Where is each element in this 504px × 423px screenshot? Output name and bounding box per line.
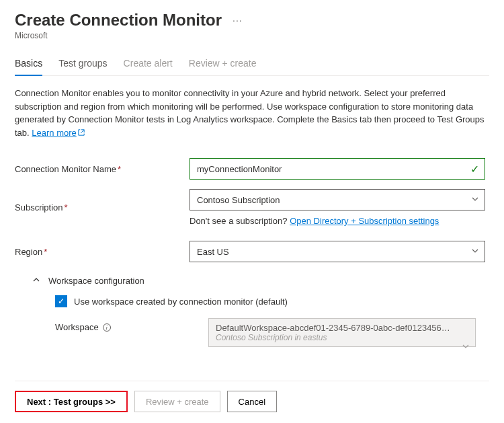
breadcrumb: Microsoft	[15, 31, 489, 40]
name-row: Connection Monitor Name* myConnectionMon…	[15, 158, 489, 180]
page-title: Create Connection Monitor	[15, 11, 222, 30]
name-input[interactable]: myConnectionMonitor ✓	[190, 158, 485, 180]
workspace-row: Workspace i DefaultWorkspace-abcdef01-23…	[32, 318, 489, 347]
name-value: myConnectionMonitor	[197, 164, 282, 174]
tab-review-create: Review + create	[189, 51, 257, 75]
chevron-down-icon	[471, 195, 479, 205]
name-label: Connection Monitor Name*	[15, 164, 190, 174]
region-label: Region*	[15, 247, 190, 257]
tab-test-groups[interactable]: Test groups	[58, 51, 107, 75]
workspace-section: Workspace configuration ✓ Use workspace …	[15, 276, 489, 347]
checkbox-label: Use workspace created by connection moni…	[74, 297, 288, 307]
workspace-section-title: Workspace configuration	[48, 276, 144, 286]
workspace-value: DefaultWorkspace-abcdef01-2345-6789-0abc…	[216, 323, 455, 333]
required-indicator: *	[44, 247, 47, 257]
chevron-down-icon	[462, 342, 470, 352]
cancel-button[interactable]: Cancel	[227, 391, 277, 412]
subscription-label: Subscription*	[15, 202, 190, 213]
required-indicator: *	[65, 202, 68, 213]
subscription-row: Subscription* Contoso Subscription Don't…	[15, 189, 489, 226]
chevron-up-icon	[32, 276, 40, 286]
page-header: Create Connection Monitor ··· Microsoft	[15, 11, 489, 40]
description-text: Connection Monitor enables you to monito…	[15, 87, 489, 139]
info-icon[interactable]: i	[103, 323, 111, 332]
region-dropdown[interactable]: East US	[190, 241, 485, 262]
next-button[interactable]: Next : Test groups >>	[15, 391, 128, 412]
tab-create-alert: Create alert	[124, 51, 173, 75]
workspace-subvalue: Contoso Subscription in eastus	[216, 333, 455, 342]
required-indicator: *	[118, 164, 121, 174]
learn-more-link[interactable]: Learn more	[32, 128, 84, 138]
checkbox-checked-icon[interactable]: ✓	[55, 295, 67, 307]
region-value: East US	[197, 247, 229, 257]
region-row: Region* East US	[15, 241, 489, 262]
footer-bar: Next : Test groups >> Review + create Ca…	[15, 381, 489, 412]
review-create-button: Review + create	[134, 391, 220, 412]
more-icon[interactable]: ···	[233, 15, 243, 26]
workspace-dropdown-disabled: DefaultWorkspace-abcdef01-2345-6789-0abc…	[208, 318, 476, 347]
external-link-icon	[78, 129, 85, 136]
tab-basics[interactable]: Basics	[15, 51, 42, 75]
workspace-label: Workspace i	[55, 318, 203, 332]
valid-check-icon: ✓	[470, 163, 479, 176]
subscription-value: Contoso Subscription	[197, 195, 280, 205]
workspace-section-toggle[interactable]: Workspace configuration	[32, 276, 489, 286]
subscription-hint: Don't see a subscription? Open Directory…	[190, 216, 485, 226]
subscription-dropdown[interactable]: Contoso Subscription	[190, 189, 485, 210]
tab-bar: Basics Test groups Create alert Review +…	[15, 51, 489, 76]
default-workspace-checkbox-row[interactable]: ✓ Use workspace created by connection mo…	[32, 295, 489, 307]
chevron-down-icon	[471, 247, 479, 257]
directory-settings-link[interactable]: Open Directory + Subscription settings	[290, 216, 439, 226]
description-body: Connection Monitor enables you to monito…	[15, 88, 485, 138]
